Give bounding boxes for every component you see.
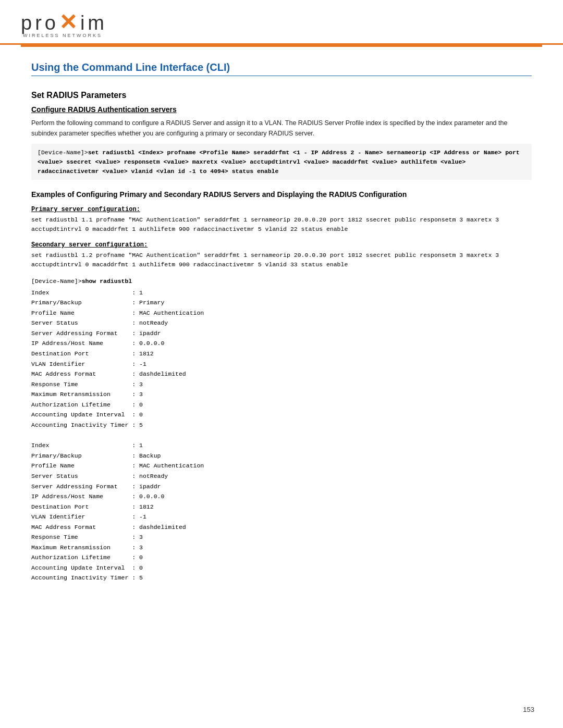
page-container: pro✕im WIRELESS NETWORKS Using the Comma… [0,0,563,728]
output-block-2: Index : 1 Primary/Backup : Backup Profil… [31,440,532,583]
show-command: [Device-Name]>show radiustbl [31,278,532,285]
secondary-config: set radiustbl 1.2 profname "MAC Authenti… [31,251,532,269]
secondary-label: Secondary server configuration: [31,241,532,249]
output-table-2: Index : 1 Primary/Backup : Backup Profil… [31,440,532,583]
set-radius-title: Set RADIUS Parameters [31,91,532,100]
output-table-1: Index : 1 Primary/Backup : Primary Profi… [31,288,532,430]
logo-subtitle: WIRELESS NETWORKS [23,33,102,38]
content: Using the Command Line Interface (CLI) S… [0,47,563,614]
logo-text: pro✕im [21,9,107,35]
command-main-bold: set radiustbl <Index> profname <Profile … [38,149,523,175]
page-title: Using the Command Line Interface (CLI) [31,61,532,76]
main-command-block: [Device-Name]>set radiustbl <Index> prof… [31,144,532,180]
show-command-prefix: [Device-Name]> [31,278,82,285]
output-block-1: Index : 1 Primary/Backup : Primary Profi… [31,288,532,430]
page-number: 153 [523,706,534,713]
configure-title: Configure RADIUS Authentication servers [31,105,532,114]
logo-area: pro✕im WIRELESS NETWORKS [21,9,107,38]
intro-text: Perform the following command to configu… [31,118,532,139]
show-command-bold: show radiustbl [82,278,132,285]
primary-label: Primary server configuration: [31,206,532,213]
header: pro✕im WIRELESS NETWORKS [0,0,563,45]
command-prefix: [Device-Name]> [38,149,88,156]
primary-config: set radiustbl 1.1 profname "MAC Authenti… [31,215,532,234]
examples-title: Examples of Configuring Primary and Seco… [31,190,532,199]
